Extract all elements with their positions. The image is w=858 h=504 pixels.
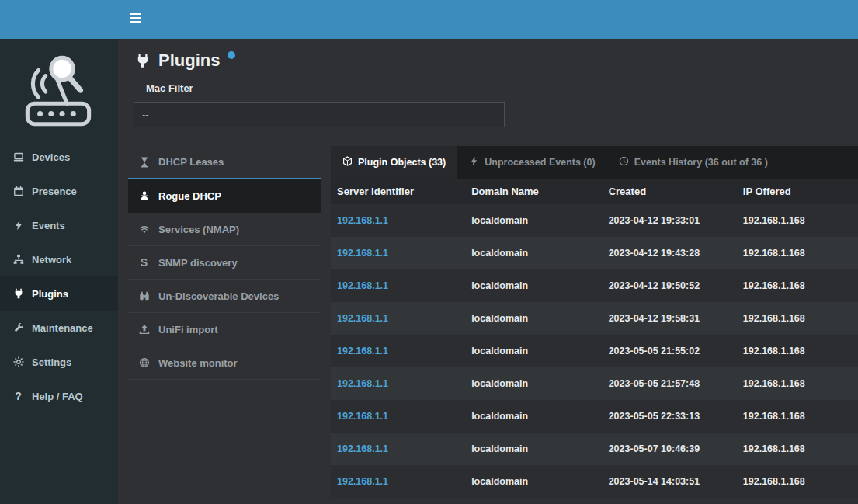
plugin-nav-item-dhcp-leases[interactable]: DHCP Leases xyxy=(128,146,321,179)
created-cell: 2023-04-12 19:33:01 xyxy=(603,204,737,237)
created-cell: 2023-05-05 21:57:48 xyxy=(603,367,737,400)
server-identifier-link[interactable]: 192.168.1.1 xyxy=(337,248,388,259)
topbar xyxy=(0,0,858,39)
mac-filter-label: Mac Filter xyxy=(146,82,858,94)
sidebar-item-label: Plugins xyxy=(32,288,68,300)
server-identifier-cell: 192.168.1.1 xyxy=(331,269,465,302)
main-content: Plugins Mac Filter DHCP LeasesRogue DHCP… xyxy=(118,39,858,504)
server-identifier-cell: 192.168.1.1 xyxy=(331,465,465,498)
tab-plugin-objects-33[interactable]: Plugin Objects (33) xyxy=(331,146,457,179)
column-header-ip-offered: IP Offered xyxy=(737,179,858,204)
hamburger-icon xyxy=(130,12,142,26)
plugin-nav-label: Rogue DHCP xyxy=(158,190,221,202)
sidebar-item-label: Maintenance xyxy=(32,322,93,334)
ip-offered-cell: 192.168.1.168 xyxy=(737,433,858,465)
s-icon: S xyxy=(137,257,151,268)
tab-unprocessed-events-0[interactable]: Unprocessed Events (0) xyxy=(457,146,606,179)
domain-name-cell: localdomain xyxy=(465,433,603,465)
plugin-objects-table: Server IdentifierDomain NameCreatedIP Of… xyxy=(331,179,858,498)
network-icon xyxy=(12,254,25,265)
globe-icon xyxy=(137,357,151,368)
created-cell: 2023-04-12 19:43:28 xyxy=(603,237,737,269)
plugin-nav: DHCP LeasesRogue DHCPServices (NMAP)SSNM… xyxy=(128,146,321,380)
server-identifier-link[interactable]: 192.168.1.1 xyxy=(337,346,388,356)
binoculars-icon xyxy=(137,290,151,301)
content-row: DHCP LeasesRogue DHCPServices (NMAP)SSNM… xyxy=(118,146,858,498)
server-identifier-cell: 192.168.1.1 xyxy=(331,204,465,237)
created-cell: 2023-05-05 22:33:13 xyxy=(603,400,737,433)
server-identifier-link[interactable]: 192.168.1.1 xyxy=(337,280,388,291)
server-identifier-link[interactable]: 192.168.1.1 xyxy=(337,476,388,487)
tab-events-history-36-out-of-36[interactable]: Events History (36 out of 36 ) xyxy=(607,146,780,179)
table-row: 192.168.1.1localdomain2023-05-14 14:03:5… xyxy=(331,465,858,498)
domain-name-cell: localdomain xyxy=(465,204,603,237)
sidebar-item-settings[interactable]: Settings xyxy=(0,345,118,379)
sidebar-item-events[interactable]: Events xyxy=(0,208,118,242)
table-panel: Plugin Objects (33)Unprocessed Events (0… xyxy=(331,146,858,498)
created-cell: 2023-04-12 19:50:52 xyxy=(603,269,737,302)
plugin-nav-label: Website monitor xyxy=(158,357,238,369)
bolt-icon xyxy=(469,156,479,169)
sidebar-item-devices[interactable]: Devices xyxy=(0,140,118,174)
server-identifier-link[interactable]: 192.168.1.1 xyxy=(337,313,388,324)
ip-offered-cell: 192.168.1.168 xyxy=(737,465,858,498)
created-cell: 2023-05-07 10:46:39 xyxy=(603,433,737,465)
table-row: 192.168.1.1localdomain2023-04-12 19:50:5… xyxy=(331,269,858,302)
sidebar-item-label: Help / FAQ xyxy=(32,391,83,402)
domain-name-cell: localdomain xyxy=(465,335,603,367)
devices-icon xyxy=(12,151,25,162)
sidebar-item-maintenance[interactable]: Maintenance xyxy=(0,311,118,345)
table-row: 192.168.1.1localdomain2023-05-05 22:33:1… xyxy=(331,400,858,433)
server-identifier-link[interactable]: 192.168.1.1 xyxy=(337,215,388,226)
ip-offered-cell: 192.168.1.168 xyxy=(737,335,858,367)
plugin-nav-label: UniFi import xyxy=(158,324,218,335)
domain-name-cell: localdomain xyxy=(465,400,603,433)
wifi-icon xyxy=(137,224,151,235)
sidebar-item-help-faq[interactable]: ?Help / FAQ xyxy=(0,379,118,413)
domain-name-cell: localdomain xyxy=(465,269,603,302)
sidebar-menu: DevicesPresenceEventsNetworkPluginsMaint… xyxy=(0,140,118,413)
sidebar-item-label: Events xyxy=(32,220,65,231)
table-row: 192.168.1.1localdomain2023-05-07 10:46:3… xyxy=(331,433,858,465)
sidebar-item-label: Settings xyxy=(32,356,71,368)
plugin-nav-label: Services (NMAP) xyxy=(158,224,239,235)
table-row: 192.168.1.1localdomain2023-04-12 19:43:2… xyxy=(331,237,858,269)
server-identifier-link[interactable]: 192.168.1.1 xyxy=(337,411,388,422)
hourglass-icon xyxy=(137,157,151,168)
sidebar-item-network[interactable]: Network xyxy=(0,242,118,276)
server-identifier-link[interactable]: 192.168.1.1 xyxy=(337,378,388,389)
plugin-nav-item-un-discoverable-devices[interactable]: Un-Discoverable Devices xyxy=(128,280,321,313)
events-icon xyxy=(12,220,25,231)
column-header-created: Created xyxy=(603,179,737,204)
sidebar-item-label: Devices xyxy=(32,151,70,163)
sidebar-item-label: Presence xyxy=(32,186,77,197)
server-identifier-link[interactable]: 192.168.1.1 xyxy=(337,443,388,454)
sidebar-item-plugins[interactable]: Plugins xyxy=(0,276,118,311)
column-header-domain-name: Domain Name xyxy=(465,179,603,204)
column-header-server-identifier: Server Identifier xyxy=(331,179,465,204)
server-identifier-cell: 192.168.1.1 xyxy=(331,335,465,367)
plugin-nav-label: SNMP discovery xyxy=(158,257,238,269)
plugin-nav-item-snmp-discovery[interactable]: SSNMP discovery xyxy=(128,246,321,280)
server-identifier-cell: 192.168.1.1 xyxy=(331,302,465,335)
ip-offered-cell: 192.168.1.168 xyxy=(737,204,858,237)
created-cell: 2023-04-12 19:58:31 xyxy=(603,302,737,335)
plugin-nav-item-rogue-dhcp[interactable]: Rogue DHCP xyxy=(128,179,321,213)
plugin-nav-item-website-monitor[interactable]: Website monitor xyxy=(128,346,321,380)
info-badge[interactable] xyxy=(228,51,235,59)
sidebar-item-label: Network xyxy=(32,254,71,266)
sidebar-item-presence[interactable]: Presence xyxy=(0,174,118,208)
plugin-nav-item-unifi-import[interactable]: UniFi import xyxy=(128,313,321,346)
tab-bar: Plugin Objects (33)Unprocessed Events (0… xyxy=(331,146,858,179)
server-identifier-cell: 192.168.1.1 xyxy=(331,237,465,269)
help-icon: ? xyxy=(12,390,25,402)
table-row: 192.168.1.1localdomain2023-04-12 19:58:3… xyxy=(331,302,858,335)
mac-filter-input[interactable] xyxy=(134,102,505,127)
ip-offered-cell: 192.168.1.168 xyxy=(737,400,858,433)
server-identifier-cell: 192.168.1.1 xyxy=(331,367,465,400)
plugins-icon xyxy=(12,288,25,299)
upload-icon xyxy=(137,324,151,335)
plugin-nav-item-services-nmap[interactable]: Services (NMAP) xyxy=(128,213,321,246)
sidebar-toggle-button[interactable] xyxy=(118,0,154,39)
table-body: 192.168.1.1localdomain2023-04-12 19:33:0… xyxy=(331,204,858,498)
